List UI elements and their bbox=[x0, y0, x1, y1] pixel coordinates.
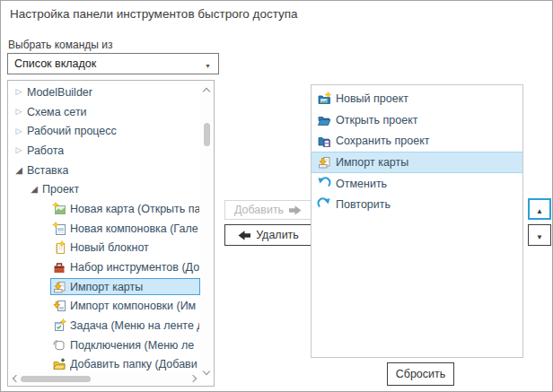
toolbar-list-item[interactable]: Отменить bbox=[312, 173, 522, 195]
tree-item[interactable]: Импорт карты bbox=[9, 277, 200, 297]
horizontal-scrollbar-thumb[interactable] bbox=[21, 376, 91, 382]
tree-item-label: Новый блокнот bbox=[70, 241, 149, 254]
command-source-value: Список вкладок bbox=[14, 57, 96, 70]
toolbar-item-label: Отменить bbox=[336, 178, 387, 190]
chevron-down-icon: ▼ bbox=[205, 56, 211, 72]
open-project-icon bbox=[317, 113, 331, 127]
toolbar-list-item[interactable]: Сохранить проект bbox=[312, 130, 522, 152]
import-map-icon bbox=[317, 155, 331, 170]
tree-expanded-icon[interactable]: ◢ bbox=[13, 166, 25, 175]
arrow-right-icon bbox=[289, 205, 302, 215]
vertical-scrollbar-thumb[interactable] bbox=[204, 123, 210, 146]
toolbar-item-label: Новый проект bbox=[336, 92, 408, 105]
move-down-button[interactable]: ▼ bbox=[528, 224, 551, 246]
tree-item-label: Новая карта (Открыть па bbox=[70, 203, 199, 215]
tree-item-label: Схема сети bbox=[27, 106, 87, 118]
tree-item-content: Подключения (Меню ле bbox=[50, 336, 200, 353]
tree-item[interactable]: ▷Рабочий процесс bbox=[9, 121, 200, 141]
tree-item[interactable]: Задача (Меню на ленте д bbox=[9, 316, 200, 335]
tree-item[interactable]: Новая компоновка (Гале bbox=[9, 219, 200, 239]
commands-tree-listbox: ▷ModelBuilder▷Схема сети▷Рабочий процесс… bbox=[7, 80, 215, 387]
tree-item-content: Задача (Меню на ленте д bbox=[50, 318, 200, 335]
tree-item-label: Подключения (Меню ле bbox=[70, 339, 194, 352]
new-notebook-icon bbox=[52, 240, 66, 255]
tree-item-label: Импорт карты bbox=[70, 281, 143, 293]
remove-command-button[interactable]: Удалить bbox=[224, 224, 312, 246]
tree-item[interactable]: ▷Работа bbox=[9, 141, 200, 161]
tree-expanded-icon[interactable]: ◢ bbox=[28, 185, 40, 194]
toolbar-item-label: Сохранить проект bbox=[336, 135, 430, 147]
tree-item[interactable]: ▷Схема сети bbox=[9, 102, 200, 122]
tree-indent bbox=[9, 228, 50, 229]
tree-item-label: Задача (Меню на ленте д bbox=[70, 319, 199, 332]
remove-button-label: Удалить bbox=[256, 229, 299, 241]
toolbar-list-item[interactable]: Импорт карты bbox=[312, 152, 522, 173]
tree-collapsed-icon[interactable]: ▷ bbox=[13, 108, 25, 116]
add-command-button[interactable]: Добавить bbox=[224, 200, 312, 220]
task-icon bbox=[52, 318, 66, 333]
tree-item[interactable]: Подключения (Меню ле bbox=[9, 335, 200, 355]
tree-item-label: Добавить папку (Добави bbox=[70, 358, 198, 370]
redo-icon bbox=[317, 197, 331, 212]
scroll-down-arrow-icon[interactable] bbox=[200, 362, 213, 372]
import-layout-icon bbox=[52, 299, 66, 313]
page-title: Настройка панели инструментов быстрого д… bbox=[10, 7, 298, 21]
tree-indent bbox=[9, 344, 50, 345]
toolbar-item-label: Импорт карты bbox=[336, 156, 408, 169]
triangle-down-icon: ▼ bbox=[536, 227, 543, 243]
tree-item-label: Новая компоновка (Гале bbox=[70, 222, 198, 235]
tree-item-content: Импорт карты bbox=[50, 278, 200, 295]
connections-icon bbox=[52, 338, 66, 353]
tree-item-content: Новый блокнот bbox=[50, 240, 200, 257]
tree-item[interactable]: ◢Вставка bbox=[9, 161, 200, 180]
tree-indent bbox=[9, 208, 50, 209]
tree-item-content: Рабочий процесс bbox=[25, 123, 200, 140]
toolbar-commands-listbox: Новый проектОткрыть проектСохранить прое… bbox=[311, 84, 523, 358]
new-map-icon bbox=[52, 202, 66, 216]
tree-vertical-scrollbar[interactable] bbox=[200, 82, 213, 372]
scroll-up-arrow-icon[interactable] bbox=[200, 82, 213, 92]
tree-collapsed-icon[interactable]: ▷ bbox=[13, 88, 25, 96]
tree-item-label: Вставка bbox=[27, 164, 68, 177]
tree-horizontal-scrollbar[interactable] bbox=[9, 372, 200, 385]
toolbar-list-item[interactable]: Новый проект bbox=[312, 88, 522, 109]
tree-indent bbox=[9, 326, 50, 327]
tree-item-label: Импорт компоновки (Им bbox=[70, 300, 196, 312]
toolbar-item-label: Повторить bbox=[336, 198, 391, 211]
tree-item-content: Добавить папку (Добави bbox=[50, 356, 200, 372]
import-map-icon bbox=[52, 280, 66, 294]
commands-tree-rows: ▷ModelBuilder▷Схема сети▷Рабочий процесс… bbox=[9, 83, 200, 372]
tree-item-content: ModelBuilder bbox=[25, 83, 200, 100]
tree-item-content: Новая карта (Открыть па bbox=[50, 200, 200, 217]
move-up-button[interactable]: ▲ bbox=[528, 198, 551, 220]
reset-button[interactable]: Сбросить bbox=[387, 362, 454, 386]
tree-item-content: Проект bbox=[40, 181, 200, 198]
tree-item[interactable]: Импорт компоновки (Им bbox=[9, 297, 200, 317]
tree-item-label: Набор инструментов (До bbox=[70, 261, 199, 274]
toolbar-list-item[interactable]: Повторить bbox=[312, 194, 522, 215]
triangle-up-icon: ▲ bbox=[536, 201, 543, 217]
tree-item-label: Работа bbox=[27, 144, 64, 157]
scroll-right-arrow-icon[interactable] bbox=[188, 373, 200, 384]
tree-item-label: Проект bbox=[42, 183, 79, 196]
tree-item[interactable]: Набор инструментов (До bbox=[9, 257, 200, 277]
tree-item[interactable]: Новая карта (Открыть па bbox=[9, 199, 200, 219]
tree-item[interactable]: Добавить папку (Добави bbox=[9, 355, 200, 372]
reset-button-label: Сбросить bbox=[396, 368, 446, 380]
arrow-left-icon bbox=[238, 231, 250, 240]
quick-access-toolbar-settings-dialog: Настройка панели инструментов быстрого д… bbox=[0, 0, 553, 392]
toolbox-icon bbox=[52, 260, 66, 274]
tree-item-content: Новая компоновка (Гале bbox=[50, 220, 200, 237]
tree-item[interactable]: Новый блокнот bbox=[9, 239, 200, 258]
tree-item-content: Вставка bbox=[25, 161, 200, 179]
new-project-icon bbox=[317, 91, 331, 106]
tree-collapsed-icon[interactable]: ▷ bbox=[13, 146, 25, 154]
undo-icon bbox=[317, 177, 331, 191]
tree-collapsed-icon[interactable]: ▷ bbox=[13, 127, 25, 135]
tree-item[interactable]: ◢Проект bbox=[9, 179, 200, 199]
tree-item-label: ModelBuilder bbox=[27, 86, 92, 99]
toolbar-list-item[interactable]: Открыть проект bbox=[312, 109, 522, 131]
scroll-left-arrow-icon[interactable] bbox=[9, 373, 22, 384]
command-source-dropdown[interactable]: Список вкладок ▼ bbox=[7, 53, 219, 74]
tree-item[interactable]: ▷ModelBuilder bbox=[9, 83, 200, 102]
